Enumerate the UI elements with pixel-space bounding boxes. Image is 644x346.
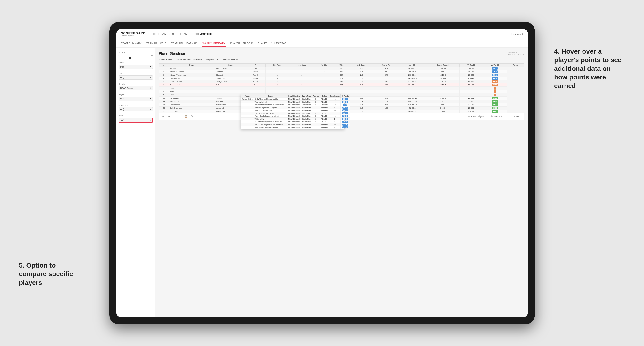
table-row: 3 Michael Thorbjornsen Stanford Fourth 1…	[159, 73, 524, 77]
subnav-player-h2h-grid[interactable]: PLAYER H2H GRID	[230, 40, 253, 46]
year-label: Year	[119, 72, 153, 74]
update-time: Update time: 27/01/2024 16:56:26	[507, 51, 524, 56]
tablet-frame: SCOREBOARD Powered by clipp TOURNAMENTS …	[109, 22, 535, 324]
gender-section: Gender Men ▾	[119, 62, 153, 69]
sign-out-link[interactable]: Sign out	[514, 33, 523, 35]
conference-section: Conference (All) ▾	[119, 104, 153, 112]
player-chevron: ▾	[150, 119, 151, 121]
popup-row: Mirasol Maui Jim Intercollegiate NCAA Di…	[241, 126, 350, 129]
slider-track[interactable]	[119, 58, 153, 58]
popup-row: The Cypress Point Classic NCAA Division …	[241, 112, 350, 115]
slider-min: 4	[119, 55, 120, 56]
watch-chevron: ▾	[501, 115, 502, 118]
share-button[interactable]: ⤴ Share	[509, 115, 521, 118]
popup-row: Amer An Intercollegiate NCAA Division I …	[241, 109, 350, 112]
col-adj-score: Adj. Score	[349, 63, 374, 67]
col-wins: Wins	[334, 63, 349, 67]
popup-col-status: Status	[320, 94, 328, 98]
filter-conference: Conference: All	[222, 59, 238, 61]
popup-col-event: Event	[254, 94, 287, 98]
conference-select[interactable]: (All) ▾	[119, 107, 153, 112]
table-row: 6 Jackson Koivu Auburn First 2 27 1 87.5…	[159, 83, 524, 86]
popup-row: Jackson Koivu UNCW Seahawk Intercollegia…	[241, 98, 350, 100]
panel-header: Player Standings Update time: 27/01/2024…	[159, 51, 524, 56]
popup-col-player: Player	[241, 94, 254, 98]
slider-thumb[interactable]	[129, 57, 131, 59]
subnav-team-h2h-grid[interactable]: TEAM H2H GRID	[146, 40, 166, 46]
popup-row: SEC Match Play hosted by Jerry Pate NCAA…	[241, 120, 350, 123]
watch-icon: 👁	[491, 115, 493, 118]
view-label: View: Original	[471, 115, 484, 118]
popup-row: SEC Stroke Play hosted by Jerry Pate NCA…	[241, 123, 350, 126]
subnav-team-summary[interactable]: TEAM SUMMARY	[121, 40, 142, 46]
main-content: No Rds. 4 52	[116, 48, 528, 317]
timer-icon[interactable]: ⏱	[190, 115, 194, 118]
nav-tournaments[interactable]: TOURNAMENTS	[152, 32, 174, 36]
table-row: 7 Nichi...	[159, 86, 524, 90]
table-row: 4 Luke Clanton Florida State Second 5 27…	[159, 77, 524, 80]
popup-overlay: Player Event Event Division Event Type R…	[240, 94, 344, 129]
watch-label: Watch	[494, 115, 500, 118]
gender-label: Gender	[119, 62, 153, 64]
popup-table: Player Event Event Division Event Type R…	[241, 94, 350, 129]
popup-row: Tiger Invitational NCAA Division I Strok…	[241, 100, 350, 103]
subnav-player-h2h-heatmap[interactable]: PLAYER H2H HEATMAP	[258, 40, 286, 46]
view-original-button[interactable]: 👁 View: Original	[466, 115, 486, 118]
division-label: Division	[119, 83, 153, 85]
refresh-icon[interactable]: ⟳	[173, 115, 176, 118]
slider-max: 52	[151, 55, 153, 56]
popup-col-event-div: Event Division	[287, 94, 301, 98]
col-no-rds: No Rds.	[314, 63, 334, 67]
logo-title: SCOREBOARD	[121, 31, 146, 35]
table-row: 8 Matts...	[159, 90, 524, 93]
annotation-left: 5. Option to compare specific players	[19, 261, 85, 287]
view-icon: 👁	[468, 115, 470, 118]
outer-background: 4. Hover over a player's points to see a…	[0, 0, 644, 346]
table-row: 5 Christo Lamprecht Georgia Tech Fourth …	[159, 80, 524, 83]
col-yr: Yr	[246, 63, 265, 67]
slider-container: 4 52	[119, 55, 153, 58]
table-row: 2 Michael La Sasso Ole Miss Second 1 18 …	[159, 70, 524, 73]
division-chevron: ▾	[150, 87, 151, 89]
region-chevron: ▾	[150, 98, 151, 100]
gender-select[interactable]: Men ▾	[119, 65, 153, 69]
nav-links: TOURNAMENTS TEAMS COMMITTEE	[152, 32, 511, 36]
copy-icon[interactable]: ⧉	[179, 115, 182, 118]
year-select[interactable]: (All) ▾	[119, 75, 153, 80]
subnav-team-h2h-heatmap[interactable]: TEAM H2H HEATMAP	[171, 40, 197, 46]
share-label: Share	[514, 115, 519, 118]
col-avg-sg: Avg SG	[399, 63, 426, 67]
col-points: Points	[507, 63, 524, 67]
col-avg-to-par: Avg to-Par	[374, 63, 399, 67]
gender-chevron: ▾	[150, 66, 151, 68]
popup-row: Fallen Oak Collegiate Invitational NCAA …	[241, 115, 350, 117]
region-section: Region N/A ▾	[119, 94, 153, 101]
nav-committee[interactable]: COMMITTEE	[195, 32, 212, 36]
no-rds-label: No Rds.	[119, 51, 153, 54]
division-select[interactable]: NCAA Division I ▾	[119, 86, 153, 90]
col-vs-top25: Vs Top 25	[459, 63, 483, 67]
conference-chevron: ▾	[150, 108, 151, 110]
popup-col-rank-impact: Rank Impact	[328, 94, 340, 98]
division-section: Division NCAA Division I ▾	[119, 83, 153, 90]
nav-teams[interactable]: TEAMS	[180, 32, 190, 36]
table-row: 1 Wenyi Ding Arizona State First 1 15 1 …	[159, 67, 524, 70]
logo-subtitle: Powered by clipp	[121, 35, 146, 37]
player-select[interactable]: (All) ▾	[119, 118, 153, 123]
filter-row: Gender: Men Division: NCAA Division I Re…	[159, 59, 524, 61]
col-vs-top50: Vs Top 50	[483, 63, 507, 67]
redo-icon[interactable]: ↪	[168, 115, 171, 118]
region-select[interactable]: N/A ▾	[119, 97, 153, 101]
logo-area: SCOREBOARD Powered by clipp	[121, 31, 146, 37]
nav-right: | Sign out	[511, 33, 523, 35]
region-label: Region	[119, 94, 153, 96]
col-reg-rank: Reg Rank	[265, 63, 289, 67]
subnav-player-summary[interactable]: PLAYER SUMMARY	[202, 40, 226, 47]
undo-icon[interactable]: ↩	[162, 115, 165, 118]
popup-row: Williams Cup NCAA Division I Stroke Play…	[241, 117, 350, 120]
share-icon: ⤴	[511, 115, 512, 118]
watch-button[interactable]: 👁 Watch ▾	[488, 115, 504, 118]
popup-col-rounds: Rounds	[312, 94, 320, 98]
col-player: Player	[169, 63, 215, 67]
paste-icon[interactable]: 📋	[184, 115, 188, 118]
